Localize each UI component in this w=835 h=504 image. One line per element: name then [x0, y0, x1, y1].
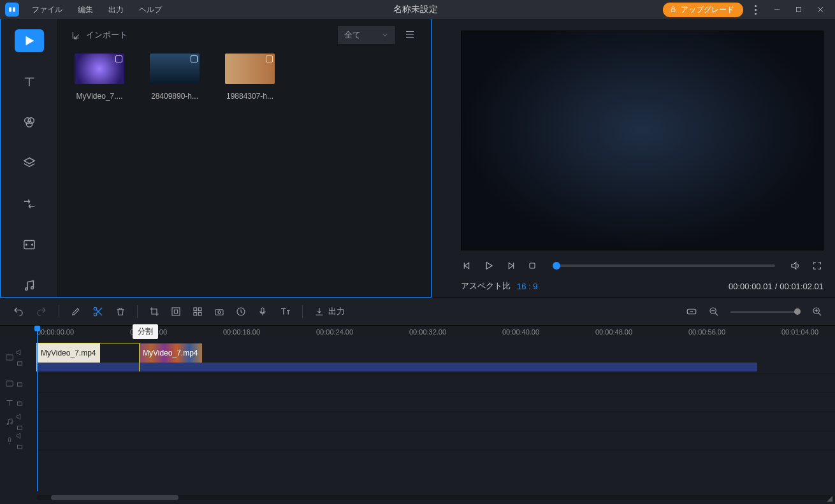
mosaic-button[interactable] — [171, 306, 181, 317]
upgrade-button[interactable]: アップグレード — [663, 3, 743, 17]
stop-button[interactable] — [526, 261, 539, 271]
preview-viewport[interactable] — [461, 31, 824, 250]
gutter-audio[interactable] — [0, 412, 37, 431]
playhead[interactable] — [37, 326, 38, 491]
svg-point-12 — [25, 244, 27, 245]
ruler-tick: 00:01:04.00 — [781, 328, 818, 336]
timeline-scrollbar[interactable] — [37, 495, 835, 504]
resize-grip[interactable]: ◢ — [827, 494, 832, 503]
time-total: 00:01:02.01 — [780, 282, 824, 291]
split-tooltip: 分割 — [133, 324, 158, 339]
menu-edit[interactable]: 編集 — [71, 2, 99, 18]
track-gutter — [0, 341, 37, 479]
fullscreen-button[interactable] — [811, 261, 824, 271]
clip-main[interactable]: MyVideo_7.mp4 — [139, 343, 757, 371]
zoom-out-button[interactable] — [709, 306, 719, 317]
menu-output[interactable]: 出力 — [102, 2, 130, 18]
fit-button[interactable] — [686, 306, 697, 317]
gutter-video-2[interactable] — [0, 374, 37, 393]
tab-audio[interactable] — [15, 274, 44, 297]
svg-point-52 — [11, 422, 12, 424]
tab-overlays[interactable] — [15, 152, 44, 175]
zoom-slider[interactable] — [730, 311, 801, 313]
tab-media[interactable] — [15, 29, 44, 52]
clip-selected[interactable]: MyVideo_7.mp4 — [37, 343, 139, 371]
gutter-text[interactable] — [0, 393, 37, 412]
crop-button[interactable] — [149, 306, 159, 317]
scrollbar-thumb[interactable] — [51, 495, 178, 500]
media-item-label: 28409890-h... — [146, 92, 203, 101]
zoom-handle[interactable] — [794, 308, 801, 315]
prev-frame-button[interactable] — [461, 261, 474, 271]
menu-help[interactable]: ヘルプ — [133, 2, 168, 18]
tracks-area: MyVideo_7.mp4 MyVideo_7.mp4 — [0, 341, 835, 493]
gutter-video-1[interactable] — [0, 341, 37, 374]
upgrade-label: アップグレード — [681, 4, 734, 15]
snapshot-button[interactable] — [214, 306, 224, 317]
media-panel: インポート 全て MyVideo_7.... 28409890-h... — [0, 19, 432, 298]
list-view-toggle[interactable] — [402, 26, 418, 45]
track-text[interactable] — [37, 393, 835, 412]
seekbar[interactable] — [553, 264, 775, 267]
media-item-label: MyVideo_7.... — [71, 92, 128, 101]
svg-rect-4 — [797, 8, 801, 12]
svg-rect-53 — [18, 426, 22, 429]
grid-button[interactable] — [192, 306, 203, 317]
media-item[interactable]: 28409890-h... — [146, 54, 203, 101]
track-voice[interactable] — [37, 431, 835, 450]
split-button[interactable] — [92, 306, 104, 317]
chevron-down-icon — [381, 31, 389, 39]
tab-text[interactable] — [15, 70, 44, 93]
redo-button[interactable] — [36, 306, 47, 317]
tab-elements[interactable] — [15, 233, 44, 256]
text-tool-button[interactable] — [279, 306, 291, 317]
preview-panel: アスペクト比 16 : 9 00:00:00.01/00:01:02.01 — [432, 19, 835, 298]
svg-line-45 — [818, 313, 821, 315]
volume-button[interactable] — [789, 260, 802, 271]
import-label: インポート — [86, 29, 127, 41]
maximize-button[interactable] — [789, 0, 808, 19]
gutter-voice[interactable] — [0, 431, 37, 450]
next-frame-button[interactable] — [504, 261, 517, 271]
media-item[interactable]: MyVideo_7.... — [71, 54, 128, 101]
svg-marker-7 — [25, 36, 34, 46]
svg-rect-30 — [198, 308, 201, 311]
media-filter-select[interactable]: 全て — [338, 26, 395, 44]
ruler-tick: 00:00:24.00 — [316, 328, 353, 336]
preview-meta: アスペクト比 16 : 9 00:00:00.01/00:01:02.01 — [461, 277, 824, 295]
track-video-1[interactable]: MyVideo_7.mp4 MyVideo_7.mp4 — [37, 341, 835, 374]
more-button[interactable] — [746, 0, 765, 19]
export-label: 出力 — [328, 306, 345, 317]
close-button[interactable] — [811, 0, 830, 19]
svg-rect-36 — [261, 308, 264, 313]
aspect-ratio-value[interactable]: 16 : 9 — [517, 282, 538, 291]
svg-rect-32 — [198, 312, 201, 315]
seek-handle[interactable] — [553, 262, 560, 270]
play-button[interactable] — [483, 260, 495, 271]
tab-transitions[interactable] — [15, 192, 44, 215]
edit-button[interactable] — [71, 306, 81, 317]
media-item-label: 19884307-h... — [221, 92, 279, 101]
svg-rect-54 — [8, 438, 11, 442]
voiceover-button[interactable] — [258, 306, 268, 317]
undo-button[interactable] — [13, 306, 24, 317]
svg-marker-19 — [465, 263, 469, 268]
svg-point-51 — [7, 423, 8, 424]
export-button[interactable]: 出力 — [314, 306, 345, 317]
menu-file[interactable]: ファイル — [25, 2, 69, 18]
svg-rect-47 — [18, 362, 22, 365]
minimize-button[interactable] — [767, 0, 787, 19]
speed-button[interactable] — [236, 306, 246, 317]
media-grid: MyVideo_7.... 28409890-h... 19884307-h..… — [58, 51, 431, 297]
zoom-in-button[interactable] — [812, 306, 822, 317]
ruler-tick: 00:00:00.00 — [37, 328, 74, 336]
ruler-tick: 00:00:40.00 — [502, 328, 539, 336]
delete-button[interactable] — [115, 306, 126, 317]
tab-filters[interactable] — [15, 111, 44, 134]
timeline-ruler[interactable]: 分割 00:00:00.0000:00:08.0000:00:16.0000:0… — [0, 326, 835, 341]
track-video-2[interactable] — [37, 374, 835, 393]
import-button[interactable]: インポート — [71, 29, 127, 41]
media-item[interactable]: 19884307-h... — [221, 54, 279, 101]
track-audio[interactable] — [37, 412, 835, 431]
svg-point-13 — [31, 244, 33, 245]
